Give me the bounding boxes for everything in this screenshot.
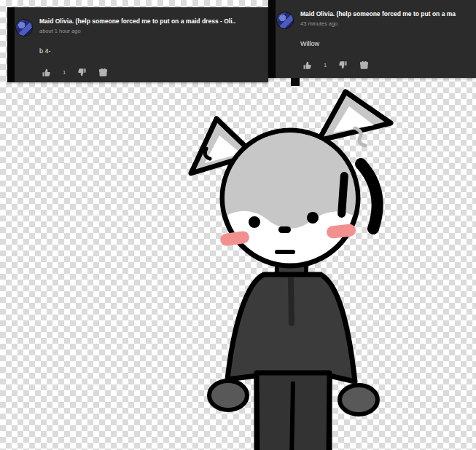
comment-text: Willow	[300, 40, 319, 47]
avatar[interactable]	[15, 19, 33, 36]
comment-timestamp: 43 minutes ago	[300, 20, 338, 27]
mouth	[275, 250, 295, 254]
thumbs-down-icon	[338, 60, 348, 70]
right-ear	[319, 92, 391, 146]
gift-icon	[98, 68, 108, 77]
dislike-button[interactable]	[77, 68, 87, 77]
card-edge-strip	[7, 7, 15, 82]
comment-card: Maid Olivia. (help someone forced me to …	[7, 7, 268, 82]
character-pants	[257, 373, 329, 450]
comment-timestamp: about 1 hour ago	[39, 28, 81, 34]
like-count: 1	[324, 62, 327, 68]
dislike-button[interactable]	[338, 60, 348, 70]
comment-actions: 1	[303, 60, 369, 70]
thumbs-down-icon	[77, 68, 87, 77]
comment-author: Maid Olivia. (help someone forced me to …	[300, 10, 473, 17]
comment-author: Maid Olivia. (help someone forced me to …	[39, 17, 265, 25]
thumbs-up-icon	[42, 68, 51, 77]
comment-card: Maid Olivia. (help someone forced me to …	[268, 0, 476, 78]
comment-text: b 4-	[39, 47, 51, 55]
right-eye	[307, 212, 319, 224]
nose	[278, 226, 291, 233]
comment-tail	[291, 78, 300, 86]
comment-actions: 1	[42, 68, 108, 77]
drawing-canvas[interactable]: Maid Olivia. (help someone forced me to …	[0, 0, 476, 450]
thumbs-up-icon	[303, 60, 312, 70]
gift-button[interactable]	[98, 68, 108, 77]
gift-icon	[359, 60, 369, 70]
like-button[interactable]	[303, 60, 312, 70]
like-count: 1	[63, 69, 66, 76]
left-eye	[249, 216, 260, 228]
avatar[interactable]	[276, 12, 294, 29]
left-paw	[209, 381, 247, 410]
card-edge-strip	[268, 0, 276, 78]
collar-line	[291, 280, 292, 323]
like-button[interactable]	[42, 68, 51, 77]
gift-button[interactable]	[359, 60, 369, 70]
right-paw	[340, 385, 378, 414]
